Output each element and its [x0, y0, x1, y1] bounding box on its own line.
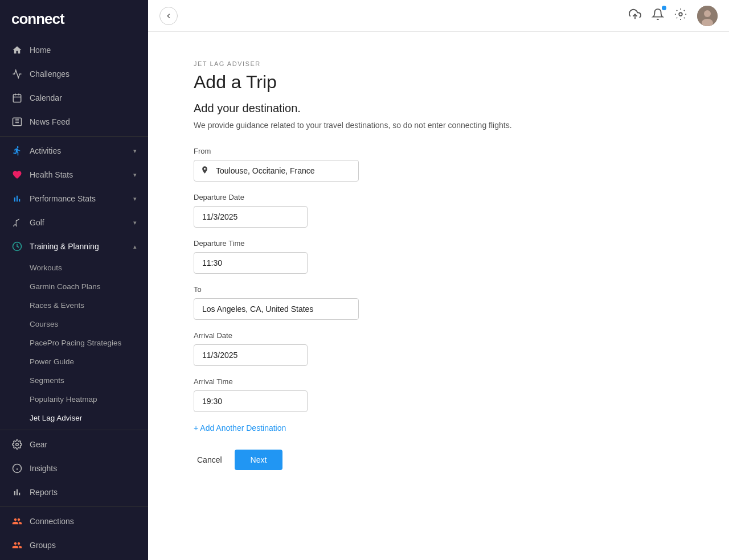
training-chevron: ▴ — [133, 243, 137, 250]
sidebar-sub-popularity[interactable]: Popularity Heatmap — [0, 390, 148, 409]
from-input-wrapper — [194, 160, 695, 182]
back-button[interactable] — [159, 7, 178, 25]
sidebar-item-insights[interactable]: Insights — [0, 456, 148, 480]
to-input[interactable] — [194, 298, 359, 320]
gear-icon — [11, 439, 23, 450]
departure-date-section: Departure Date — [194, 193, 695, 228]
connections-icon — [11, 516, 23, 527]
golf-icon — [11, 217, 23, 228]
departure-date-label: Departure Date — [194, 193, 695, 201]
sidebar-item-golf[interactable]: Golf ▾ — [0, 211, 148, 234]
bell-icon[interactable] — [674, 8, 687, 23]
next-button[interactable]: Next — [235, 450, 283, 470]
sidebar-sub-jet-lag[interactable]: Jet Lag Adviser — [0, 409, 148, 427]
svg-line-17 — [677, 10, 677, 11]
cancel-button[interactable]: Cancel — [194, 450, 226, 470]
user-avatar[interactable] — [697, 6, 718, 26]
sidebar-label-calendar: Calendar — [30, 93, 62, 102]
sidebar-item-health-stats[interactable]: Health Stats ▾ — [0, 163, 148, 187]
calendar-icon — [11, 92, 23, 104]
svg-line-18 — [684, 18, 685, 18]
notifications-icon[interactable] — [652, 8, 664, 23]
sidebar-label-insights: Insights — [30, 464, 57, 473]
newsfeed-icon — [11, 116, 23, 127]
sidebar-label-gear: Gear — [30, 440, 47, 449]
golf-chevron: ▾ — [133, 219, 137, 227]
sidebar-sub-pacepro[interactable]: PacePro Pacing Strategies — [0, 333, 148, 352]
arrival-time-label: Arrival Time — [194, 377, 695, 386]
sidebar-item-newsfeed[interactable]: News Feed — [0, 110, 148, 134]
health-stats-icon — [11, 169, 23, 180]
reports-icon — [11, 487, 23, 498]
svg-point-9 — [16, 443, 19, 446]
sidebar-label-activities: Activities — [30, 146, 61, 155]
from-section: From — [194, 147, 695, 182]
sidebar-item-reports[interactable]: Reports — [0, 480, 148, 504]
sidebar-label-connections: Connections — [30, 517, 74, 526]
page-subtitle: Add your destination. — [194, 102, 695, 115]
location-icon — [200, 166, 209, 176]
sidebar-item-performance-stats[interactable]: Performance Stats ▾ — [0, 187, 148, 211]
departure-time-label: Departure Time — [194, 239, 695, 248]
sidebar-sub-courses[interactable]: Courses — [0, 315, 148, 333]
arrival-date-section: Arrival Date — [194, 331, 695, 366]
sidebar-label-newsfeed: News Feed — [30, 117, 70, 126]
app-logo: connect — [0, 0, 148, 38]
svg-line-22 — [684, 10, 685, 11]
sidebar-item-calendar[interactable]: Calendar — [0, 86, 148, 110]
sidebar-item-training[interactable]: Training & Planning ▴ — [0, 234, 148, 258]
svg-point-24 — [704, 10, 711, 17]
page-description: We provide guidance related to your trav… — [194, 121, 695, 130]
main-area: JET LAG ADVISER Add a Trip Add your dest… — [148, 0, 729, 560]
training-icon — [11, 241, 23, 252]
health-stats-chevron: ▾ — [133, 171, 137, 179]
challenges-icon — [11, 68, 23, 80]
home-icon — [11, 44, 23, 56]
departure-date-input[interactable] — [194, 206, 308, 228]
sidebar-label-golf: Golf — [30, 218, 44, 227]
sidebar-item-connections[interactable]: Connections — [0, 509, 148, 533]
from-label: From — [194, 147, 695, 155]
insights-icon — [11, 463, 23, 474]
sidebar-sub-races[interactable]: Races & Events — [0, 296, 148, 315]
sidebar-label-training: Training & Planning — [30, 242, 99, 251]
arrival-time-input[interactable] — [194, 390, 308, 412]
arrival-date-input[interactable] — [194, 344, 308, 366]
sidebar-label-challenges: Challenges — [30, 69, 69, 79]
sidebar-label-performance-stats: Performance Stats — [30, 194, 96, 203]
performance-stats-icon — [11, 193, 23, 204]
svg-point-14 — [679, 13, 682, 16]
page-title: Add a Trip — [194, 72, 695, 93]
departure-time-section: Departure Time — [194, 239, 695, 274]
activities-icon — [11, 145, 23, 157]
sidebar-label-groups: Groups — [30, 541, 56, 550]
sidebar-sub-garmin-coach[interactable]: Garmin Coach Plans — [0, 277, 148, 296]
to-label: To — [194, 285, 695, 294]
sidebar-item-groups[interactable]: Groups — [0, 533, 148, 557]
sidebar-sub-workouts[interactable]: Workouts — [0, 258, 148, 277]
add-destination-label: + Add Another Destination — [194, 423, 286, 433]
notification-badge — [662, 6, 666, 10]
arrival-date-label: Arrival Date — [194, 331, 695, 340]
activities-chevron: ▾ — [133, 147, 137, 155]
topbar-icons — [629, 6, 718, 26]
sidebar-item-gear[interactable]: Gear — [0, 433, 148, 456]
sidebar-item-home[interactable]: Home — [0, 38, 148, 62]
groups-icon — [11, 540, 23, 551]
to-section: To — [194, 285, 695, 320]
performance-stats-chevron: ▾ — [133, 195, 137, 203]
sidebar-label-reports: Reports — [30, 488, 58, 497]
topbar — [148, 0, 729, 32]
sidebar-label-home: Home — [30, 46, 51, 55]
upload-icon[interactable] — [629, 8, 641, 23]
sidebar-item-challenges[interactable]: Challenges — [0, 62, 148, 86]
sidebar-sub-segments[interactable]: Segments — [0, 371, 148, 390]
add-destination-link[interactable]: + Add Another Destination — [194, 423, 695, 433]
sidebar: connect Home Challenges Calendar News Fe… — [0, 0, 148, 560]
sidebar-item-activities[interactable]: Activities ▾ — [0, 139, 148, 163]
sidebar-sub-power-guide[interactable]: Power Guide — [0, 352, 148, 371]
departure-time-input[interactable] — [194, 252, 308, 274]
svg-rect-0 — [13, 94, 21, 102]
arrival-time-section: Arrival Time — [194, 377, 695, 412]
from-input[interactable] — [194, 160, 359, 182]
